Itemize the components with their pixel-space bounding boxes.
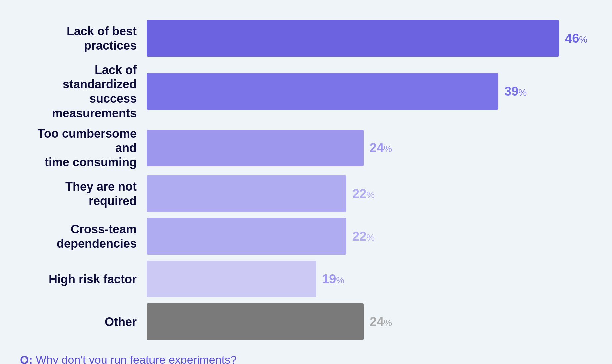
bar-fill: [147, 218, 346, 255]
bar-percent: 19%: [322, 272, 344, 286]
bar-row: Cross-teamdependencies22%: [20, 218, 585, 255]
bar-label: They are not required: [20, 179, 147, 208]
bar-label: Other: [20, 315, 147, 329]
question-body: Why don't you run feature experiments?: [36, 353, 237, 364]
bar-fill: [147, 261, 316, 297]
bar-fill: [147, 303, 364, 340]
bar-row: Other24%: [20, 303, 585, 340]
bar-fill: [147, 20, 559, 57]
chart-container: Lack of best practices46%Lack of standar…: [0, 0, 612, 364]
bar-fill: [147, 73, 498, 110]
bar-percent: 24%: [370, 141, 392, 155]
bar-row: Too cumbersome andtime consuming24%: [20, 126, 585, 170]
bar-wrap: 24%: [147, 303, 585, 340]
bar-wrap: 46%: [147, 20, 587, 57]
bar-label: Too cumbersome andtime consuming: [20, 126, 147, 170]
bar-fill: [147, 175, 346, 212]
bar-percent: 24%: [370, 315, 392, 329]
bar-wrap: 22%: [147, 175, 585, 212]
bars-wrapper: Lack of best practices46%Lack of standar…: [20, 20, 585, 340]
bar-percent: 22%: [352, 187, 375, 201]
bar-label: Cross-teamdependencies: [20, 222, 147, 251]
question-prefix: Q:: [20, 353, 33, 364]
bar-fill: [147, 130, 364, 166]
bar-label: High risk factor: [20, 272, 147, 286]
bar-percent: 46%: [565, 31, 587, 46]
bar-percent: 22%: [352, 229, 375, 244]
bar-percent: 39%: [504, 84, 527, 99]
bar-wrap: 19%: [147, 261, 585, 297]
bar-row: Lack of standardizedsuccess measurements…: [20, 63, 585, 120]
bar-label: Lack of best practices: [20, 24, 147, 53]
bar-row: High risk factor19%: [20, 261, 585, 297]
bar-wrap: 22%: [147, 218, 585, 255]
question-text: Q: Why don't you run feature experiments…: [20, 353, 585, 364]
bar-wrap: 24%: [147, 130, 585, 166]
bar-label: Lack of standardizedsuccess measurements: [20, 63, 147, 120]
bar-row: They are not required22%: [20, 175, 585, 212]
bar-wrap: 39%: [147, 73, 585, 110]
bar-row: Lack of best practices46%: [20, 20, 585, 57]
